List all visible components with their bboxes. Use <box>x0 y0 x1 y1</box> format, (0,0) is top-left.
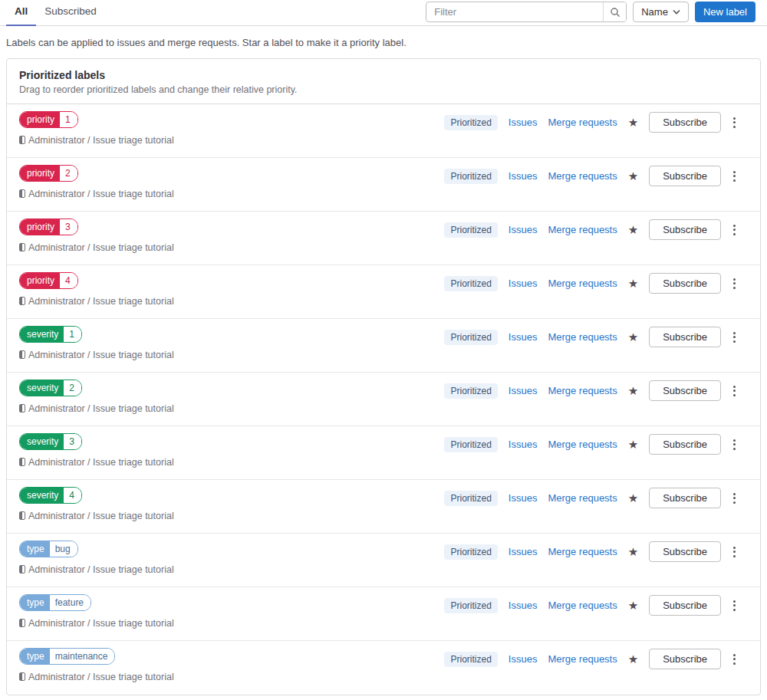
label-row[interactable]: type feature Administrator / Issue triag… <box>7 587 760 641</box>
merge-requests-link[interactable]: Merge requests <box>548 385 617 396</box>
label-badge[interactable]: priority 4 <box>19 272 78 289</box>
star-icon[interactable]: ★ <box>628 331 638 343</box>
star-icon[interactable]: ★ <box>628 117 638 128</box>
subscribe-button[interactable]: Subscribe <box>649 380 721 401</box>
issues-link[interactable]: Issues <box>509 117 538 128</box>
merge-requests-link[interactable]: Merge requests <box>548 600 617 611</box>
label-badge[interactable]: severity 2 <box>19 380 82 396</box>
star-icon[interactable]: ★ <box>628 439 638 450</box>
label-value: 2 <box>60 166 77 181</box>
merge-requests-link[interactable]: Merge requests <box>548 278 617 289</box>
new-label-button[interactable]: New label <box>695 2 755 22</box>
project-icon <box>19 458 25 466</box>
subscribe-button[interactable]: Subscribe <box>649 595 721 616</box>
issues-link[interactable]: Issues <box>509 492 538 504</box>
label-row[interactable]: type maintenance Administrator / Issue t… <box>7 641 760 695</box>
project-icon <box>19 404 25 412</box>
label-row[interactable]: priority 1 Administrator / Issue triage … <box>7 104 760 158</box>
label-row[interactable]: severity 4 Administrator / Issue triage … <box>7 480 760 534</box>
issues-link[interactable]: Issues <box>509 600 538 611</box>
merge-requests-link[interactable]: Merge requests <box>548 117 617 128</box>
label-row[interactable]: severity 1 Administrator / Issue triage … <box>7 319 760 373</box>
star-icon[interactable]: ★ <box>628 224 638 235</box>
label-badge[interactable]: priority 3 <box>19 219 78 235</box>
label-actions: Prioritized Issues Merge requests ★ Subs… <box>444 166 737 186</box>
issues-link[interactable]: Issues <box>509 278 538 289</box>
kebab-menu-icon[interactable] <box>732 493 737 504</box>
kebab-menu-icon[interactable] <box>732 278 737 289</box>
subscribe-button[interactable]: Subscribe <box>649 434 721 455</box>
star-icon[interactable]: ★ <box>628 278 638 289</box>
project-icon <box>19 672 25 681</box>
merge-requests-link[interactable]: Merge requests <box>548 170 617 182</box>
merge-requests-link[interactable]: Merge requests <box>548 224 617 235</box>
label-value: 4 <box>64 488 81 503</box>
merge-requests-link[interactable]: Merge requests <box>548 331 617 343</box>
label-row[interactable]: priority 3 Administrator / Issue triage … <box>7 212 760 265</box>
tab-subscribed[interactable]: Subscribed <box>36 0 105 26</box>
kebab-menu-icon[interactable] <box>732 171 737 182</box>
subscribe-button[interactable]: Subscribe <box>649 112 721 133</box>
label-scope: severity <box>20 488 64 503</box>
label-value: bug <box>50 541 77 557</box>
subscribe-button[interactable]: Subscribe <box>649 219 721 240</box>
label-actions: Prioritized Issues Merge requests ★ Subs… <box>444 273 737 294</box>
label-badge[interactable]: severity 4 <box>19 487 82 504</box>
kebab-menu-icon[interactable] <box>732 386 737 396</box>
label-project: Administrator / Issue triage tutorial <box>19 455 176 469</box>
issues-link[interactable]: Issues <box>509 224 538 235</box>
label-badge[interactable]: type bug <box>19 541 78 557</box>
issues-link[interactable]: Issues <box>509 439 538 450</box>
subscribe-button[interactable]: Subscribe <box>649 649 721 669</box>
star-icon[interactable]: ★ <box>628 492 638 504</box>
issues-link[interactable]: Issues <box>509 170 538 182</box>
star-icon[interactable]: ★ <box>628 600 638 611</box>
merge-requests-link[interactable]: Merge requests <box>548 653 617 665</box>
subscribe-button[interactable]: Subscribe <box>649 273 721 294</box>
label-row[interactable]: priority 4 Administrator / Issue triage … <box>7 265 760 319</box>
subscribe-button[interactable]: Subscribe <box>649 541 721 562</box>
prioritized-badge: Prioritized <box>444 544 497 560</box>
kebab-menu-icon[interactable] <box>732 547 737 557</box>
issues-link[interactable]: Issues <box>509 331 538 343</box>
star-icon[interactable]: ★ <box>628 385 638 396</box>
issues-link[interactable]: Issues <box>509 546 538 557</box>
kebab-menu-icon[interactable] <box>732 654 737 665</box>
label-actions: Prioritized Issues Merge requests ★ Subs… <box>444 649 737 669</box>
label-badge[interactable]: priority 1 <box>19 111 78 128</box>
subscribe-button[interactable]: Subscribe <box>649 166 721 186</box>
label-actions: Prioritized Issues Merge requests ★ Subs… <box>444 541 737 562</box>
label-badge[interactable]: priority 2 <box>19 165 78 182</box>
merge-requests-link[interactable]: Merge requests <box>548 439 617 450</box>
label-row[interactable]: severity 2 Administrator / Issue triage … <box>7 373 760 426</box>
subscribe-button[interactable]: Subscribe <box>649 488 721 508</box>
project-icon <box>19 565 25 573</box>
label-badge[interactable]: type feature <box>19 594 91 611</box>
filter-input[interactable] <box>426 6 603 18</box>
kebab-menu-icon[interactable] <box>732 225 737 235</box>
tab-all[interactable]: All <box>6 0 36 26</box>
subscribe-button[interactable]: Subscribe <box>649 327 721 347</box>
label-value: maintenance <box>50 649 115 664</box>
label-scope: severity <box>20 434 64 449</box>
label-row[interactable]: type bug Administrator / Issue triage tu… <box>7 534 760 587</box>
kebab-menu-icon[interactable] <box>732 439 737 450</box>
search-icon[interactable] <box>603 2 626 21</box>
star-icon[interactable]: ★ <box>628 170 638 182</box>
label-row[interactable]: priority 2 Administrator / Issue triage … <box>7 158 760 212</box>
kebab-menu-icon[interactable] <box>732 117 737 128</box>
label-badge[interactable]: severity 1 <box>19 326 82 343</box>
issues-link[interactable]: Issues <box>509 385 538 396</box>
kebab-menu-icon[interactable] <box>732 600 737 611</box>
sort-dropdown[interactable]: Name <box>633 2 689 22</box>
kebab-menu-icon[interactable] <box>732 332 737 343</box>
star-icon[interactable]: ★ <box>628 653 638 665</box>
label-project: Administrator / Issue triage tutorial <box>19 241 176 255</box>
merge-requests-link[interactable]: Merge requests <box>548 546 617 557</box>
merge-requests-link[interactable]: Merge requests <box>548 492 617 504</box>
label-badge[interactable]: type maintenance <box>19 648 115 665</box>
label-badge[interactable]: severity 3 <box>19 433 82 450</box>
issues-link[interactable]: Issues <box>509 653 538 665</box>
label-row[interactable]: severity 3 Administrator / Issue triage … <box>7 426 760 480</box>
star-icon[interactable]: ★ <box>628 546 638 557</box>
